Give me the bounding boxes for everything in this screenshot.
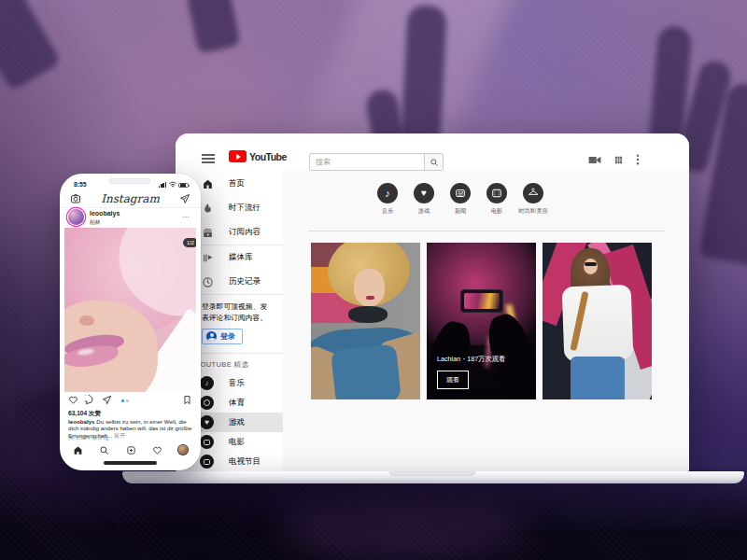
direct-message-icon[interactable] xyxy=(179,193,190,204)
subscriptions-icon xyxy=(202,227,214,239)
camera-icon[interactable] xyxy=(70,193,81,204)
post-location[interactable]: 柏林 xyxy=(90,218,101,227)
carousel-dots xyxy=(121,399,129,402)
signin-button-label: 登录 xyxy=(220,331,235,342)
sports-ball-icon xyxy=(200,396,214,410)
post-image[interactable]: 1/2 xyxy=(64,228,196,392)
video-cards: Lachlan・187万次观看 观看 xyxy=(311,243,652,399)
nav-search-icon[interactable] xyxy=(99,445,109,455)
signin-promo-text: 登录即可顶视频、发表评论和订阅内容。 xyxy=(202,301,272,323)
person-icon xyxy=(206,331,217,342)
instagram-logo: Instagram xyxy=(101,192,160,205)
instagram-bottom-nav xyxy=(60,441,201,458)
youtube-main-content: ♪ 音乐 ♥ 游戏 新闻 xyxy=(283,171,689,471)
movie-icon xyxy=(200,435,214,449)
hanger-icon xyxy=(523,183,543,203)
youtube-logo-text: YouTube xyxy=(249,151,287,162)
nav-home-icon[interactable] xyxy=(73,445,83,455)
like-heart-icon[interactable] xyxy=(68,395,78,405)
signal-icon xyxy=(159,182,166,188)
post-options-icon[interactable]: … xyxy=(182,211,190,219)
gaming-icon: ♥ xyxy=(200,415,214,429)
phone-screen: 8:55 Instagram leoobalys 柏林 … 1/2 xyxy=(60,174,201,470)
kebab-menu-icon[interactable] xyxy=(636,154,640,165)
crowd-hand-silhouette xyxy=(185,0,241,54)
bookmark-icon[interactable] xyxy=(182,395,192,405)
youtube-header: YouTube xyxy=(176,133,689,171)
tv-icon xyxy=(200,455,214,469)
category-row: ♪ 音乐 ♥ 游戏 新闻 xyxy=(377,183,543,216)
post-actions xyxy=(60,395,201,407)
instagram-header: Instagram xyxy=(60,190,201,208)
film-strip-icon xyxy=(486,183,507,203)
nav-new-post-icon[interactable] xyxy=(126,445,136,455)
library-icon xyxy=(202,252,214,264)
music-note-icon: ♪ xyxy=(200,376,214,390)
laptop-base xyxy=(122,471,744,483)
laptop-screen: YouTube xyxy=(176,133,689,471)
status-icons xyxy=(159,181,189,188)
crowd-hand-silhouette xyxy=(0,0,62,91)
fire-icon xyxy=(202,203,214,215)
post-avatar[interactable] xyxy=(68,209,84,225)
battery-icon xyxy=(178,183,189,189)
header-actions xyxy=(588,154,640,165)
wifi-icon xyxy=(169,181,176,188)
category-gaming[interactable]: ♥ 游戏 xyxy=(414,183,434,216)
comment-icon[interactable] xyxy=(85,395,95,405)
crowd-hand-silhouette xyxy=(401,5,447,148)
home-indicator[interactable] xyxy=(104,461,157,465)
search-button[interactable] xyxy=(424,154,443,170)
category-news[interactable]: 新闻 xyxy=(450,183,471,216)
category-movies[interactable]: 电影 xyxy=(486,183,507,216)
search-input[interactable] xyxy=(310,154,424,170)
history-clock-icon xyxy=(202,276,214,288)
menu-hamburger-icon[interactable] xyxy=(202,154,215,163)
status-time: 8:55 xyxy=(74,181,87,188)
video-meta: Lachlan・187万次观看 xyxy=(437,355,505,364)
video-card-1[interactable] xyxy=(311,243,420,399)
caption-username[interactable]: leoobalys xyxy=(68,418,95,425)
laptop-lid-notch xyxy=(389,471,475,476)
watch-button[interactable]: 观看 xyxy=(437,371,469,389)
scene: YouTube xyxy=(0,0,747,560)
nav-activity-heart-icon[interactable] xyxy=(152,445,162,455)
crowd-dark-foreground xyxy=(280,487,523,560)
carousel-counter-badge: 1/2 xyxy=(183,238,196,247)
phone-notch xyxy=(109,178,150,184)
newspaper-icon xyxy=(450,183,471,203)
category-fashion-beauty[interactable]: 时尚和美容 xyxy=(523,183,543,216)
caption-expand-link[interactable]: 展开 xyxy=(114,432,125,439)
gaming-heart-icon: ♥ xyxy=(414,183,434,203)
upload-video-icon[interactable] xyxy=(588,155,601,165)
signin-button[interactable]: 登录 xyxy=(202,329,243,344)
video-card-3[interactable] xyxy=(543,243,652,399)
post-username[interactable]: leoobalys xyxy=(90,210,120,217)
video-card-2[interactable]: Lachlan・187万次观看 观看 xyxy=(427,243,536,399)
youtube-body: 首页 时下流行 订阅内容 媒体库 历史记录 xyxy=(176,171,689,471)
post-header: leoobalys 柏林 … xyxy=(60,209,201,223)
share-icon[interactable] xyxy=(102,395,112,405)
search-icon xyxy=(430,158,439,167)
home-icon xyxy=(202,178,214,190)
music-note-icon: ♪ xyxy=(377,183,398,203)
apps-grid-icon[interactable] xyxy=(613,155,624,165)
youtube-logo[interactable]: YouTube xyxy=(229,150,287,162)
category-music[interactable]: ♪ 音乐 xyxy=(377,183,398,216)
content-divider xyxy=(308,231,665,231)
likes-count[interactable]: 63,104 次赞 xyxy=(68,410,101,418)
youtube-play-icon xyxy=(229,150,247,162)
search-bar xyxy=(309,153,444,171)
nav-profile-avatar[interactable] xyxy=(178,445,188,455)
